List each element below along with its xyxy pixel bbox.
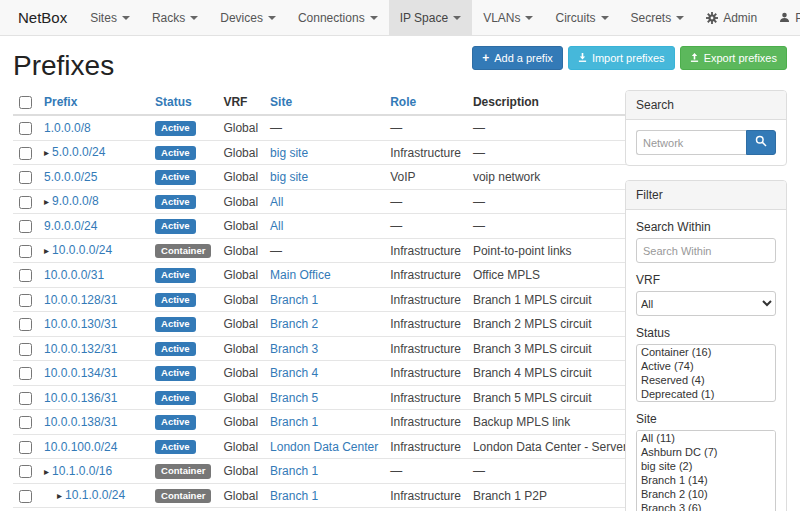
site-cell: Main Office <box>264 263 384 288</box>
status-cell: Active <box>149 361 217 386</box>
prefix-link[interactable]: 10.0.0.128/31 <box>44 293 117 307</box>
prefix-link[interactable]: 10.1.0.0/16 <box>52 464 112 478</box>
filter-option[interactable]: Deprecated (1) <box>637 387 775 401</box>
site-link[interactable]: Branch 1 <box>270 293 318 307</box>
nav-item-sites[interactable]: Sites <box>79 0 141 35</box>
site-link[interactable]: All <box>270 219 283 233</box>
row-checkbox[interactable] <box>19 269 32 282</box>
nav-item-label: Sites <box>90 11 117 25</box>
nav-item-vlans[interactable]: VLANs <box>472 0 544 35</box>
add-prefix-button[interactable]: + Add a prefix <box>472 46 563 70</box>
prefix-link[interactable]: 10.0.0.136/31 <box>44 391 117 405</box>
prefix-link[interactable]: 10.0.0.0/24 <box>52 243 112 257</box>
prefix-link[interactable]: 10.0.0.134/31 <box>44 366 117 380</box>
select-all-checkbox[interactable] <box>19 96 32 109</box>
row-checkbox[interactable] <box>19 416 32 429</box>
nav-item-secrets[interactable]: Secrets <box>620 0 696 35</box>
row-checkbox[interactable] <box>19 294 32 307</box>
filter-panel: Filter Search Within VRF All Status Cont… <box>625 180 787 511</box>
site-link[interactable]: big site <box>270 170 308 184</box>
row-checkbox[interactable] <box>19 171 32 184</box>
status-badge: Container <box>155 244 211 259</box>
filter-option[interactable]: Ashburn DC (7) <box>637 445 775 459</box>
row-checkbox[interactable] <box>19 245 32 258</box>
prefix-cell: ▸10.1.0.0/16 <box>38 459 149 484</box>
filter-option[interactable]: Branch 3 (6) <box>637 501 775 511</box>
nav-item-profile[interactable]: Profile <box>768 0 800 35</box>
prefix-link[interactable]: 10.1.0.0/24 <box>65 488 125 502</box>
vrf-filter-select[interactable]: All <box>636 291 776 316</box>
row-checkbox[interactable] <box>19 196 32 209</box>
page-header: Prefixes + Add a prefix Import prefixes … <box>0 36 800 90</box>
row-checkbox[interactable] <box>19 122 32 135</box>
sort-header-prefix[interactable]: Prefix <box>44 95 77 109</box>
site-link[interactable]: Branch 2 <box>270 317 318 331</box>
vrf-cell: Global <box>217 483 264 508</box>
prefix-link[interactable]: 1.0.0.0/8 <box>44 121 91 135</box>
prefix-link[interactable]: 10.0.100.0/24 <box>44 440 117 454</box>
filter-option[interactable]: Branch 2 (10) <box>637 487 775 501</box>
import-icon <box>578 53 587 64</box>
status-badge: Active <box>155 391 196 406</box>
prefix-link[interactable]: 9.0.0.0/24 <box>44 219 97 233</box>
prefix-link[interactable]: 5.0.0.0/25 <box>44 170 97 184</box>
filter-option[interactable]: big site (2) <box>637 459 775 473</box>
prefix-link[interactable]: 9.0.0.0/8 <box>52 194 99 208</box>
export-prefixes-button[interactable]: Export prefixes <box>680 46 787 70</box>
site-filter-select[interactable]: All (11)Ashburn DC (7)big site (2)Branch… <box>636 430 776 511</box>
row-checkbox[interactable] <box>19 147 32 160</box>
filter-option[interactable]: All (11) <box>637 431 775 445</box>
row-checkbox[interactable] <box>19 343 32 356</box>
nav-item-admin[interactable]: Admin <box>695 0 768 35</box>
nav-item-ip-space[interactable]: IP Space <box>389 0 472 35</box>
status-badge: Active <box>155 293 196 308</box>
site-link[interactable]: Main Office <box>270 268 330 282</box>
site-link[interactable]: All <box>270 195 283 209</box>
vrf-cell: Global <box>217 214 264 239</box>
site-link[interactable]: Branch 1 <box>270 464 318 478</box>
sort-header-status[interactable]: Status <box>155 95 192 109</box>
import-prefixes-button[interactable]: Import prefixes <box>568 46 675 70</box>
page-title: Prefixes <box>13 50 114 82</box>
row-checkbox[interactable] <box>19 441 32 454</box>
status-filter-select[interactable]: Container (16)Active (74)Reserved (4)Dep… <box>636 344 776 402</box>
search-button[interactable] <box>746 130 776 155</box>
filter-option[interactable]: Active (74) <box>637 359 775 373</box>
row-checkbox[interactable] <box>19 220 32 233</box>
row-checkbox[interactable] <box>19 367 32 380</box>
site-link[interactable]: Branch 1 <box>270 415 318 429</box>
filter-option[interactable]: Reserved (4) <box>637 373 775 387</box>
sort-header-site[interactable]: Site <box>270 95 292 109</box>
row-checkbox[interactable] <box>19 392 32 405</box>
nav-item-label: Connections <box>298 11 365 25</box>
brand-logo[interactable]: NetBox <box>6 0 79 35</box>
row-checkbox[interactable] <box>19 318 32 331</box>
nav-item-racks[interactable]: Racks <box>141 0 209 35</box>
add-prefix-label: Add a prefix <box>494 53 553 64</box>
nav-item-connections[interactable]: Connections <box>287 0 389 35</box>
prefix-link[interactable]: 10.0.0.138/31 <box>44 415 117 429</box>
prefix-link[interactable]: 10.0.0.130/31 <box>44 317 117 331</box>
site-link[interactable]: Branch 5 <box>270 391 318 405</box>
status-badge: Active <box>155 440 196 455</box>
filter-option[interactable]: Container (16) <box>637 345 775 359</box>
prefix-link[interactable]: 10.0.0.0/31 <box>44 268 104 282</box>
status-cell: Active <box>149 287 217 312</box>
nav-item-circuits[interactable]: Circuits <box>544 0 619 35</box>
prefix-link[interactable]: 5.0.0.0/24 <box>52 145 105 159</box>
site-link[interactable]: big site <box>270 146 308 160</box>
site-link[interactable]: Branch 3 <box>270 342 318 356</box>
search-within-input[interactable] <box>636 238 776 263</box>
site-link[interactable]: London Data Center <box>270 440 378 454</box>
filter-option[interactable]: Branch 1 (14) <box>637 473 775 487</box>
nav-item-devices[interactable]: Devices <box>209 0 287 35</box>
search-input[interactable] <box>636 130 746 155</box>
site-link[interactable]: Branch 1 <box>270 489 318 503</box>
sort-header-role[interactable]: Role <box>390 95 416 109</box>
row-checkbox[interactable] <box>19 465 32 478</box>
checkbox-cell <box>13 115 38 140</box>
site-link[interactable]: Branch 4 <box>270 366 318 380</box>
row-checkbox[interactable] <box>19 490 32 503</box>
status-cell: Active <box>149 263 217 288</box>
prefix-link[interactable]: 10.0.0.132/31 <box>44 342 117 356</box>
